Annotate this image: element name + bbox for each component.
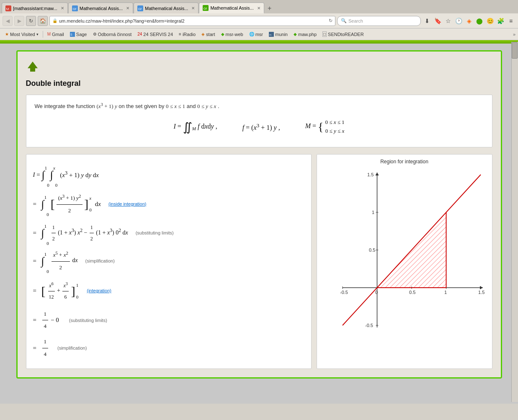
svg-rect-13 [322, 166, 487, 334]
svg-text:0: 0 [375, 290, 378, 295]
scrollbar-thumb[interactable] [512, 42, 518, 59]
svg-text:Gf: Gf [138, 7, 142, 10]
refresh-icon: ↻ [329, 18, 332, 23]
tab-math3[interactable]: Gf Mathematical Assis... ✕ [134, 3, 198, 13]
svg-text:-0.5: -0.5 [340, 290, 348, 295]
search-placeholder: Search [348, 18, 363, 23]
bookmarks-icon[interactable]: 🔖 [433, 16, 442, 26]
tab-close-3[interactable]: ✕ [191, 6, 195, 10]
bookmark-most-visited[interactable]: ★ Most Visited ▾ [3, 31, 41, 38]
search-icon: 🔍 [341, 18, 347, 23]
new-tab-button[interactable]: + [265, 3, 275, 13]
bookmark-munin[interactable]: m munin [266, 31, 290, 38]
inside-integration-link[interactable]: (inside integration) [108, 201, 147, 206]
gmail-icon: M [47, 32, 51, 36]
svg-text:1: 1 [372, 210, 374, 215]
calc-step-6: = 1 4 − 0 [33, 308, 304, 332]
simplification-note-2: (simplification) [57, 345, 87, 350]
bookmarks-bar: ★ Most Visited ▾ M Gmail S Sage ⚙ Odborn… [0, 28, 518, 40]
integration-region-graph: -0.5 0 0.5 1 1.5 -0.5 [322, 166, 487, 334]
page-title: Double integral [26, 79, 492, 88]
svg-text:1: 1 [444, 290, 447, 295]
address-bar[interactable]: 🔒 um.mendelu.cz/maw-html/index.php?lang=… [49, 16, 335, 26]
up-arrow-icon[interactable] [26, 60, 492, 76]
circle-icon[interactable]: ⬤ [475, 16, 484, 26]
start-icon: ◈ [201, 32, 205, 36]
reload-button[interactable]: ↻ [26, 16, 36, 26]
home-button[interactable]: 🏠 [38, 16, 48, 26]
search-bar[interactable]: 🔍 Search [337, 16, 421, 26]
iradio-icon: ≡ [179, 32, 181, 36]
integration-link[interactable]: (integration) [87, 288, 111, 293]
tab-gmail[interactable]: M [mathassistant:maw... ✕ [2, 3, 68, 13]
bookmark-msr[interactable]: 🌐 msr [247, 31, 265, 38]
two-column-layout: I = ∫10 ∫x0 (x3 + 1) y dy dx [26, 154, 492, 369]
simplification-note-1: (simplification) [85, 258, 115, 263]
browser-chrome: M [mathassistant:maw... ✕ Gf Mathematica… [0, 0, 518, 40]
substituting-limits-note-2: (substituting limits) [69, 318, 107, 323]
substituting-limits-note-1: (substituting limits) [136, 230, 174, 235]
svg-text:S: S [70, 33, 72, 36]
nav-icon-group: ⬇ 🔖 ☆ 🕐 ◈ ⬤ 😊 🧩 ≡ [423, 16, 515, 26]
tab-math2[interactable]: Gf Mathematical Assis... ✕ [68, 3, 133, 13]
calc-step-3: = ∫10 1 2 (1 + x3) x2 − [33, 221, 304, 245]
calc-step-4: = ∫10 x5 + x2 2 dx [33, 248, 304, 274]
tab-bar: M [mathassistant:maw... ✕ Gf Mathematica… [0, 0, 518, 13]
menu-icon[interactable]: ≡ [506, 16, 515, 26]
bookmark-msr-web[interactable]: ◆ msr-web [219, 31, 246, 38]
svg-text:1.5: 1.5 [478, 290, 484, 295]
bookmark-sendtoreader[interactable]: □ SENDtoREADER [320, 31, 366, 38]
bookmark-start[interactable]: ◈ start [199, 31, 217, 38]
face-icon[interactable]: 😊 [485, 16, 495, 26]
bookmark-gmail[interactable]: M Gmail [45, 31, 67, 38]
most-visited-icon: ★ [5, 32, 9, 36]
tab-close-4[interactable]: ✕ [257, 6, 260, 10]
formula-description-box: We integrate the function (x3 + 1) y on … [26, 95, 492, 147]
calc-step-1: I = ∫10 ∫x0 (x3 + 1) y dy dx [33, 163, 304, 187]
scrollbar [511, 42, 518, 402]
rss-icon[interactable]: ◈ [464, 16, 474, 26]
svg-text:Gf: Gf [204, 7, 207, 10]
tab-close-gmail[interactable]: ✕ [61, 6, 64, 10]
bookmark-sage[interactable]: S Sage [67, 31, 90, 38]
main-card: Double integral We integrate the functio… [16, 50, 502, 379]
munin-icon: m [269, 32, 274, 37]
page-load-bar [0, 40, 518, 44]
page-content: Double integral We integrate the functio… [0, 44, 518, 404]
graph-box: Region for integration [317, 154, 492, 369]
msr-icon: 🌐 [249, 32, 254, 36]
odborna-icon: ⚙ [93, 32, 97, 36]
msr-web-icon: ◆ [221, 32, 224, 36]
history-icon[interactable]: 🕐 [454, 16, 463, 26]
bookmark-separator-1 [43, 31, 43, 38]
bookmark-iradio[interactable]: ≡ iRadio [176, 31, 198, 38]
maw-icon: ◆ [294, 32, 297, 36]
calc-step-7: = 1 4 (simplification) [33, 336, 304, 360]
svg-text:Gf: Gf [73, 7, 77, 10]
svg-text:m: m [269, 33, 271, 36]
tab-close-2[interactable]: ✕ [126, 6, 129, 10]
bookmark-odborna[interactable]: ⚙ Odborná činnost [90, 31, 134, 38]
star-icon[interactable]: ☆ [443, 16, 453, 26]
calc-step-5: = [ x6 12 + [33, 277, 304, 305]
svg-text:0.5: 0.5 [409, 290, 415, 295]
svg-text:M: M [6, 7, 9, 10]
bookmarks-more[interactable]: » [513, 32, 515, 37]
tab-math4-active[interactable]: Gf Mathematical Assis... ✕ [199, 3, 264, 13]
bookmark-servis[interactable]: 24 24 SERVIS 24 [135, 31, 175, 38]
calc-step-2: = ∫10 [ (x3 + 1) y2 [33, 190, 304, 218]
svg-marker-12 [28, 62, 38, 72]
download-icon[interactable]: ⬇ [423, 16, 432, 26]
back-button[interactable]: ◀ [3, 16, 13, 26]
extensions-icon[interactable]: 🧩 [496, 16, 505, 26]
forward-button[interactable]: ▶ [14, 16, 24, 26]
main-formula: I = ∬M f dxdy , f = (x3 + 1) y , M = { 0… [35, 115, 484, 140]
address-text: um.mendelu.cz/maw-html/index.php?lang=en… [59, 18, 327, 23]
svg-text:1.5: 1.5 [367, 172, 374, 177]
bookmark-maw[interactable]: ◆ maw.php [291, 31, 319, 38]
nav-bar: ◀ ▶ ↻ 🏠 🔒 um.mendelu.cz/maw-html/index.p… [0, 13, 518, 28]
svg-text:-0.5: -0.5 [365, 323, 373, 328]
sendtoreader-icon: □ [322, 31, 327, 37]
lock-icon: 🔒 [52, 18, 57, 23]
sage-icon: S [70, 32, 75, 37]
